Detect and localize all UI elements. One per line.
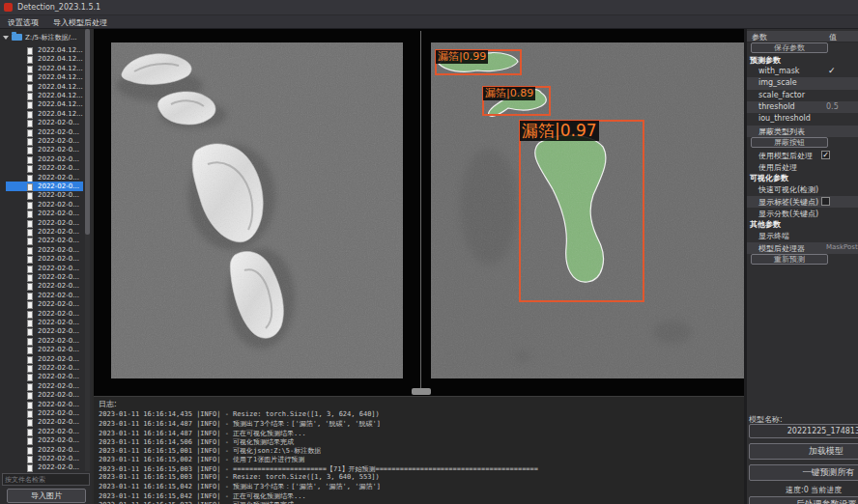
file-icon: [27, 210, 33, 218]
param-row[interactable]: 模型后处理器MaskPostPro: [747, 242, 858, 254]
file-icon: [27, 202, 33, 210]
section-label: 可视化参数: [750, 173, 788, 183]
file-icon: [27, 283, 33, 291]
file-name: 2022.04.12...: [38, 46, 83, 54]
file-icon: [27, 347, 33, 354]
param-label: 模型后处理器: [758, 243, 805, 254]
file-name: 2022-02-0...: [38, 310, 79, 318]
file-icon: [27, 383, 33, 391]
file-icon: [27, 274, 33, 282]
param-button-row: 保存参数: [747, 42, 858, 55]
window-title: Detection_2023.1.5.1: [17, 3, 100, 12]
file-name: 2022-02-0...: [38, 327, 79, 335]
log-line: 2023-01-11 16:16:15,042 |INFO| - 预测出了3个结…: [99, 482, 741, 490]
log-title: 日志:: [99, 399, 117, 409]
detection-label: 漏箔|0.89: [483, 87, 535, 100]
param-label: threshold: [758, 102, 795, 111]
param-row[interactable]: 显示分数(关键点): [747, 208, 858, 219]
file-icon: [27, 374, 33, 381]
param-button-重新预测[interactable]: 重新预测: [751, 254, 828, 265]
param-label: 屏蔽类型列表: [758, 126, 805, 137]
param-button-屏蔽按钮[interactable]: 屏蔽按钮: [751, 137, 828, 148]
file-name: 2022-02-0...: [38, 164, 79, 172]
file-name: 2022-02-0...: [38, 255, 79, 263]
param-row[interactable]: 显示标签(关键点): [747, 196, 858, 208]
param-row[interactable]: 屏蔽类型列表: [747, 126, 858, 137]
log-line: 2023-01-11 16:16:15,003 |INFO| - Resize:…: [99, 473, 741, 482]
file-icon: [27, 410, 33, 418]
param-label: scale_factor: [758, 91, 805, 99]
file-icon: [27, 311, 33, 319]
expand-arrow-icon[interactable]: [3, 36, 9, 40]
file-name: 2022-02-0...: [38, 265, 79, 272]
log-output[interactable]: 2023-01-11 16:16:14,435 |INFO| - Resize:…: [99, 410, 741, 504]
file-tree-sidebar: Z:/5-标注数据/... 2022.04.12...2022.04.12...…: [0, 29, 92, 504]
param-row[interactable]: with_mask✓: [747, 66, 858, 77]
model-name-button[interactable]: 20221225_174813: [749, 424, 858, 438]
file-icon: [27, 419, 33, 427]
log-line: 2023-01-11 16:16:14,506 |INFO| - 可视化预测结果…: [99, 437, 741, 446]
param-row[interactable]: 显示终端: [747, 230, 858, 241]
file-name: 2022.04.12...: [38, 83, 83, 91]
file-name: 2022-02-0...: [38, 364, 79, 372]
file-name: 2022-02-0...: [38, 228, 79, 236]
file-icon: [27, 320, 33, 327]
file-name: 2022.04.12...: [38, 92, 83, 99]
log-line: 2023-01-11 16:16:15,042 |INFO| - 正在可视化预测…: [99, 491, 741, 500]
postprocess-settings-button[interactable]: 后处理参数设置: [749, 496, 858, 504]
image-canvas-prediction[interactable]: 漏箔|0.99漏箔|0.89漏箔|0.97: [431, 42, 744, 378]
file-name: 2022-02-0...: [38, 373, 79, 380]
file-name: 2022-02-0...: [38, 174, 79, 182]
file-icon: [27, 165, 33, 173]
file-name: 2022-02-0...: [38, 191, 79, 199]
file-name: 2022-02-0...: [38, 210, 79, 217]
param-row[interactable]: 快速可视化(检测): [747, 183, 858, 195]
param-section-header: 预测参数: [747, 55, 858, 66]
tree-scrollbar-thumb[interactable]: [85, 29, 90, 235]
file-name: 2022.04.12...: [38, 55, 83, 63]
file-icon: [27, 464, 33, 472]
log-line: 2023-01-11 16:16:15,003 |INFO| - =======…: [99, 464, 741, 473]
param-label: 显示分数(关键点): [758, 209, 818, 219]
param-label: with_mask: [758, 67, 799, 75]
param-col-name: 参数: [752, 32, 767, 42]
param-row[interactable]: 使用模型后处理✓: [747, 150, 858, 161]
title-bar: Detection_2023.1.5.1: [0, 0, 858, 15]
file-name: 2022-02-0...: [38, 428, 79, 435]
tree-root-row[interactable]: Z:/5-标注数据/...: [0, 33, 92, 42]
log-console: 日志: 2023-01-11 16:16:14,435 |INFO| - Res…: [94, 396, 746, 504]
file-name: 2022-02-0...: [38, 401, 79, 408]
param-value: MaskPostPro: [826, 243, 858, 251]
file-name: 2022-02-0...: [38, 237, 79, 244]
file-icon: [27, 93, 33, 100]
param-checkbox[interactable]: ✓: [821, 151, 830, 159]
file-name: 2022-02-0...: [38, 137, 79, 145]
file-name: 2022-02-0...: [38, 319, 79, 326]
param-label: img_scale: [758, 78, 797, 87]
file-name: 2022-02-0...: [38, 391, 79, 399]
file-name: 2022-02-0...: [38, 409, 79, 417]
param-row[interactable]: threshold0.5: [747, 101, 858, 113]
tree-file-row[interactable]: 2022-02-0...: [0, 463, 92, 473]
search-input[interactable]: [2, 473, 90, 486]
import-images-button[interactable]: 导入图片: [7, 489, 86, 503]
param-row[interactable]: 使用后处理: [747, 161, 858, 173]
load-model-button[interactable]: 加载模型: [749, 443, 858, 460]
menu-item-import-postprocess[interactable]: 导入模型后处理: [53, 17, 107, 28]
param-button-保存参数[interactable]: 保存参数: [751, 42, 828, 53]
file-name: 2022-02-0...: [38, 273, 79, 281]
param-row[interactable]: iou_threshold: [747, 113, 858, 125]
param-row[interactable]: img_scale: [747, 77, 858, 89]
param-row[interactable]: scale_factor: [747, 90, 858, 101]
file-name: 2022.04.12...: [38, 100, 83, 108]
file-icon: [27, 138, 33, 146]
splitter[interactable]: [420, 31, 421, 394]
param-label: 显示标签(关键点): [758, 197, 818, 208]
file-name: 2022-02-0...: [38, 182, 79, 190]
predict-all-button[interactable]: 一键预测所有: [749, 464, 858, 481]
image-canvas-original[interactable]: [111, 42, 403, 378]
file-name: 2022-02-0...: [38, 119, 79, 126]
menu-item-settings[interactable]: 设置选项: [8, 17, 39, 28]
splitter-handle[interactable]: [412, 388, 431, 395]
param-checkbox[interactable]: [821, 197, 830, 206]
